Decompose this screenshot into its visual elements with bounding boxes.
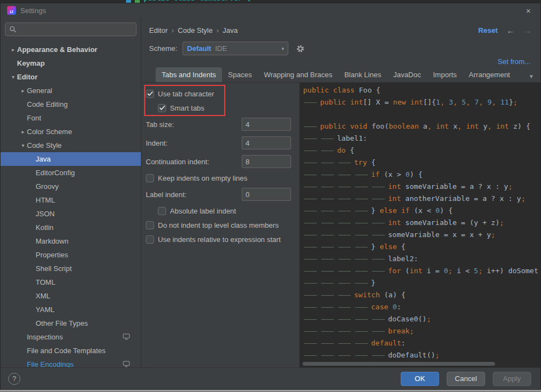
sidebar-item-shell-script[interactable]: Shell Script	[1, 262, 141, 275]
sidebar-item-json[interactable]: JSON	[1, 207, 141, 221]
absolute-label-indent-checkbox[interactable]: Absolute label indent	[158, 204, 299, 218]
label-indent-input[interactable]	[242, 188, 291, 201]
chevron-collapsed-icon[interactable]: ▸	[19, 84, 27, 97]
reset-link[interactable]: Reset	[479, 26, 498, 34]
continuation-indent-input[interactable]	[242, 155, 291, 168]
smart-tabs-checkbox[interactable]: Smart tabs	[158, 101, 299, 115]
set-from-link[interactable]: Set from...	[498, 57, 531, 66]
code-token: i++) doSomet	[487, 267, 538, 275]
window-bottom-edge	[0, 390, 541, 392]
search-input[interactable]	[19, 25, 132, 33]
tab-javadoc[interactable]: JavaDoc	[387, 67, 427, 82]
sidebar-item-code-style[interactable]: ▾Code Style	[1, 139, 141, 152]
breadcrumb-item-editor[interactable]: Editor	[149, 26, 168, 34]
apply-button[interactable]: Apply	[493, 372, 531, 386]
code-token: Foo {	[359, 86, 380, 94]
sidebar-item-markdown[interactable]: Markdown	[1, 234, 141, 248]
sidebar-item-html[interactable]: HTML	[1, 193, 141, 207]
do-not-indent-top-level-class-members-checkbox[interactable]: Do not indent top level class members	[146, 218, 299, 232]
tab-wrapping-and-braces[interactable]: Wrapping and Braces	[258, 67, 338, 82]
tab-whitespace-icon	[337, 277, 354, 289]
ok-button[interactable]: OK	[401, 372, 439, 386]
sidebar-item-editor[interactable]: ▾Editor	[1, 70, 141, 84]
sidebar-item-other-file-types[interactable]: Other File Types	[1, 316, 141, 330]
chevron-expanded-icon[interactable]: ▾	[9, 70, 17, 84]
code-token: ;	[435, 351, 440, 359]
tab-whitespace-icon	[371, 265, 388, 277]
gear-icon[interactable]	[296, 44, 305, 53]
code-token: ;	[478, 267, 487, 275]
sidebar-item-kotlin[interactable]: Kotlin	[1, 221, 141, 234]
code-line: break;	[303, 325, 540, 337]
breadcrumb-item-java[interactable]: Java	[223, 26, 237, 34]
sidebar-item-properties[interactable]: Properties	[1, 248, 141, 262]
tab-tabs-and-indents[interactable]: Tabs and Indents	[156, 67, 222, 82]
code-token: ) {	[409, 170, 422, 178]
label-indent-row: Label indent:	[146, 185, 299, 204]
continuation-indent-row: Continuation indent:	[146, 152, 299, 171]
back-arrow-icon[interactable]: ←	[506, 26, 515, 35]
project-settings-icon	[123, 333, 130, 340]
code-token: i =	[426, 267, 443, 275]
keep-indents-on-empty-lines-checkbox[interactable]: Keep indents on empty lines	[146, 171, 299, 185]
tab-size-input[interactable]	[242, 118, 291, 131]
code-line: } else if (x < 0) {	[303, 205, 540, 217]
sidebar-item-label: TOML	[36, 278, 55, 286]
tab-whitespace-icon	[320, 253, 337, 265]
scheme-select[interactable]: Default IDE ▾	[183, 42, 288, 55]
sidebar-item-appearance-behavior[interactable]: ▸Appearance & Behavior	[1, 43, 141, 56]
code-token: int	[388, 218, 405, 227]
code-token: ;	[513, 98, 517, 106]
code-token: public int	[320, 98, 363, 106]
tab-whitespace-icon	[354, 349, 371, 361]
code-token: public class	[303, 86, 359, 94]
tab-arrangement[interactable]: Arrangement	[463, 67, 516, 82]
sidebar-item-general[interactable]: ▸General	[1, 84, 141, 97]
code-token: }	[371, 206, 380, 215]
sidebar-item-label: Markdown	[36, 237, 69, 245]
forward-arrow-icon[interactable]: →	[523, 26, 532, 35]
use-indents-relative-to-expression-start-checkbox[interactable]: Use indents relative to expression start	[146, 232, 299, 246]
horizontal-scrollbar[interactable]	[303, 362, 495, 366]
close-icon[interactable]: ×	[523, 6, 534, 15]
help-icon[interactable]: ?	[8, 373, 20, 385]
sidebar-item-label: EditorConfig	[36, 169, 75, 177]
sidebar-item-code-editing[interactable]: Code Editing	[1, 97, 141, 111]
sidebar-item-inspections[interactable]: Inspections	[1, 330, 141, 344]
sidebar-item-java[interactable]: Java	[1, 152, 141, 166]
chevron-expanded-icon[interactable]: ▾	[19, 139, 27, 152]
tab-whitespace-icon	[320, 193, 337, 205]
code-token: else	[380, 243, 401, 251]
tab-whitespace-icon	[303, 169, 320, 181]
breadcrumb-item-code-style[interactable]: Code Style	[178, 26, 213, 34]
chevron-collapsed-icon[interactable]: ▸	[9, 43, 17, 56]
sidebar-item-file-encodings[interactable]: File Encodings	[1, 358, 141, 367]
sidebar-item-xml[interactable]: XML	[1, 289, 141, 303]
use-tab-character-checkbox[interactable]: Use tab character	[146, 87, 299, 101]
sidebar-item-font[interactable]: Font	[1, 111, 141, 125]
indent-input[interactable]	[242, 136, 291, 149]
tab-whitespace-icon	[371, 313, 388, 325]
sidebar-item-toml[interactable]: TOML	[1, 275, 141, 289]
tab-overflow-chevron-icon[interactable]: ▾	[529, 73, 535, 82]
search-box[interactable]	[5, 22, 136, 36]
sidebar-item-label: HTML	[36, 196, 55, 204]
sidebar-item-editorconfig[interactable]: EditorConfig	[1, 166, 141, 180]
cancel-button[interactable]: Cancel	[447, 372, 485, 386]
code-line: label1:	[303, 132, 540, 145]
sidebar-item-groovy[interactable]: Groovy	[1, 180, 141, 193]
tab-spaces[interactable]: Spaces	[222, 67, 258, 82]
sidebar-item-color-scheme[interactable]: ▸Color Scheme	[1, 125, 141, 139]
tab-bar: Tabs and IndentsSpacesWrapping and Brace…	[141, 66, 540, 83]
chevron-collapsed-icon[interactable]: ▸	[19, 125, 27, 139]
code-token: ;	[500, 218, 504, 227]
tab-imports[interactable]: Imports	[427, 67, 463, 82]
tab-blank-lines[interactable]: Blank Lines	[338, 67, 387, 82]
sidebar-item-keymap[interactable]: Keymap	[1, 56, 141, 70]
sidebar-item-file-and-code-templates[interactable]: File and Code Templates	[1, 344, 141, 358]
code-token: public void	[320, 122, 372, 130]
sidebar-item-yaml[interactable]: YAML	[1, 303, 141, 316]
code-token: for	[388, 267, 405, 275]
code-line: int someVariable = (y + z);	[303, 217, 540, 229]
code-token: 11	[500, 98, 509, 106]
